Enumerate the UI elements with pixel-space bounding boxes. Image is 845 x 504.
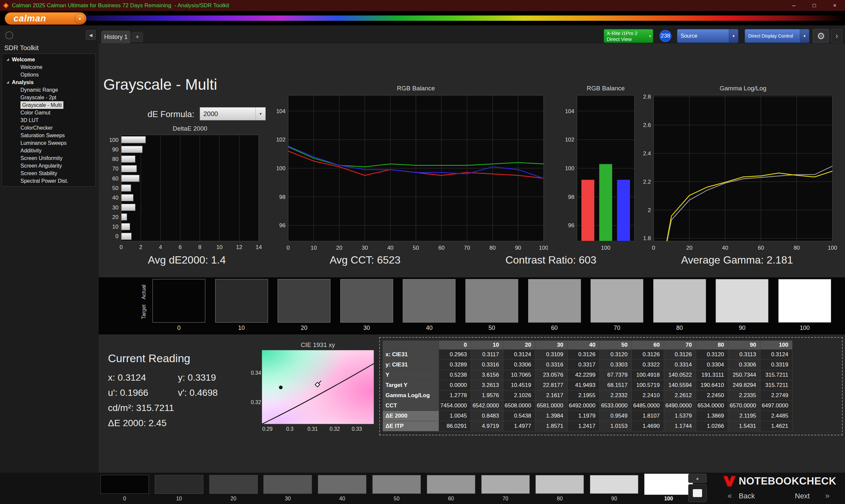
- swatch-label-20: 20: [278, 325, 330, 331]
- minimize-button[interactable]: –: [784, 0, 804, 11]
- chevron-down-icon: ▼: [649, 35, 652, 38]
- svg-text:10: 10: [311, 245, 317, 251]
- svg-text:2: 2: [648, 207, 651, 213]
- cell-x-cie31-80: 0.3120: [696, 349, 728, 360]
- row-label: y: CIE31: [383, 360, 439, 370]
- sidebar-collapse-button[interactable]: ◀: [86, 30, 96, 40]
- patch-button-40[interactable]: [318, 475, 366, 494]
- patch-button-20[interactable]: [209, 475, 258, 494]
- cell-cct-40: 6492.0000: [567, 401, 599, 411]
- patch-scroll-up-button[interactable]: ▲: [688, 474, 707, 483]
- cie-ytick-0.34: 0.34: [251, 370, 261, 376]
- cell-e-2000-40: 1.1979: [567, 411, 599, 421]
- cell-y-cie31-20: 0.3306: [503, 360, 535, 370]
- forward-button[interactable]: ›: [831, 29, 842, 43]
- tree-item-additivity[interactable]: Additivity: [2, 147, 95, 155]
- logo-menu-button[interactable]: ▼: [75, 14, 85, 24]
- sidebar-circle-icon[interactable]: [5, 31, 13, 39]
- add-tab-button[interactable]: +: [132, 32, 143, 42]
- cell-y-30: 23.0576: [535, 370, 567, 380]
- tree-item-screen-stability[interactable]: Screen Stability: [2, 169, 95, 177]
- page-title: Grayscale - Multi: [103, 75, 217, 93]
- svg-text:30: 30: [362, 245, 368, 251]
- tree-section-welcome[interactable]: ◢Welcome: [2, 56, 95, 63]
- swatch-60: [528, 279, 581, 323]
- cell-e-itp-10: 4.9719: [471, 421, 503, 431]
- svg-text:30: 30: [112, 204, 119, 211]
- cell-target-y-30: 22.8177: [535, 380, 567, 391]
- cell-gamma-log-log-70: 2.2612: [664, 391, 696, 401]
- tree-item-spectral-power-dist[interactable]: Spectral Power Dist.: [2, 177, 95, 185]
- patch-button-100[interactable]: [644, 474, 693, 495]
- tree-item-welcome[interactable]: Welcome: [2, 63, 95, 71]
- display-control-dropdown[interactable]: Direct Display Control ▼: [745, 29, 809, 43]
- svg-text:40: 40: [387, 245, 393, 251]
- cell-e-2000-100: 2.4485: [760, 411, 792, 421]
- patch-button-90[interactable]: [590, 475, 638, 494]
- svg-text:50: 50: [413, 245, 419, 251]
- cell-y-cie31-40: 0.3317: [567, 360, 599, 370]
- rainbow-gradient: [0, 16, 845, 21]
- target-marker: [315, 381, 321, 387]
- tree-item-grayscale-2pt[interactable]: Grayscale - 2pt: [2, 94, 95, 101]
- patch-button-80[interactable]: [535, 475, 584, 494]
- col-header-30: 30: [535, 341, 567, 349]
- tree-item-dynamic-range[interactable]: Dynamic Range: [2, 86, 95, 94]
- tree-item-colorchecker[interactable]: ColorChecker: [2, 124, 95, 132]
- col-header-70: 70: [664, 341, 696, 349]
- tab-strip: History 1 + X-Rite i1Pro 2 Direct View ▼…: [99, 25, 845, 43]
- calman-logo-button[interactable]: calman ▼: [5, 12, 87, 25]
- patch-button-60[interactable]: [427, 475, 475, 494]
- cell-x-cie31-0: 0.2963: [439, 349, 471, 360]
- svg-text:100: 100: [276, 165, 285, 172]
- tree-item-grayscale-multi[interactable]: Grayscale - Multi: [2, 101, 95, 109]
- tree-item-label: 3D LUT: [20, 116, 39, 124]
- swatch-label-30: 30: [340, 325, 393, 331]
- row-label: Gamma Log/Log: [383, 391, 439, 401]
- tab-history-1[interactable]: History 1: [101, 31, 130, 43]
- tree-section-analysis[interactable]: ◢Analysis: [2, 78, 95, 86]
- maximize-button[interactable]: □: [804, 0, 825, 11]
- sidebar-title: SDR Toolkit: [4, 44, 39, 52]
- tree-item-color-gamut[interactable]: Color Gamut: [2, 109, 95, 116]
- svg-text:80: 80: [793, 245, 800, 251]
- svg-text:40: 40: [112, 195, 119, 201]
- tree-item-label: Saturation Sweeps: [20, 132, 65, 139]
- tree-item-options[interactable]: Options: [2, 71, 95, 78]
- cell-target-y-40: 41.9493: [567, 380, 599, 391]
- tree-item-label: Welcome: [12, 56, 35, 63]
- de-formula-select[interactable]: 2000 ▼: [200, 107, 266, 120]
- cell-e-2000-60: 1.8107: [632, 411, 664, 421]
- patch-label-20: 20: [209, 496, 258, 502]
- svg-text:20: 20: [336, 245, 342, 251]
- patch-button-30[interactable]: [263, 475, 312, 494]
- next-button[interactable]: Next: [795, 492, 810, 500]
- stat-avg-cct: Avg CCT: 6523: [330, 254, 401, 266]
- tree-item-3d-lut[interactable]: 3D LUT: [2, 116, 95, 124]
- swatch-label-10: 10: [215, 325, 268, 331]
- cell-y-70: 140.0522: [664, 370, 696, 380]
- patch-button-10[interactable]: [155, 475, 203, 494]
- close-button[interactable]: ×: [825, 0, 845, 11]
- patch-button-0[interactable]: [100, 475, 149, 494]
- cell-y-50: 67.7379: [599, 370, 631, 380]
- tree-item-saturation-sweeps[interactable]: Saturation Sweeps: [2, 132, 95, 139]
- settings-button[interactable]: ⚙: [813, 29, 829, 43]
- tree-item-screen-angularity[interactable]: Screen Angularity: [2, 162, 95, 169]
- tree-item-label: Additivity: [20, 147, 41, 155]
- meter-select-button[interactable]: X-Rite i1Pro 2 Direct View ▼: [604, 29, 653, 43]
- source-dropdown[interactable]: Source ▼: [677, 29, 738, 43]
- svg-text:20: 20: [112, 214, 119, 220]
- app-icon: [3, 2, 9, 9]
- cell-gamma-log-log-10: 1.9576: [471, 391, 503, 401]
- patch-button-70[interactable]: [481, 475, 530, 494]
- cell-cct-30: 6581.0000: [535, 401, 567, 411]
- swatch-20: [278, 279, 330, 323]
- tree-item-luminance-sweeps[interactable]: Luminance Sweeps: [2, 139, 95, 147]
- svg-text:100: 100: [109, 137, 119, 143]
- patch-button-50[interactable]: [372, 475, 421, 494]
- pattern-window-button[interactable]: [688, 484, 707, 502]
- tree-item-screen-uniformity[interactable]: Screen Uniformity: [2, 155, 95, 162]
- back-button[interactable]: Back: [739, 492, 755, 500]
- cell-e-2000-0: 1.0045: [439, 411, 471, 421]
